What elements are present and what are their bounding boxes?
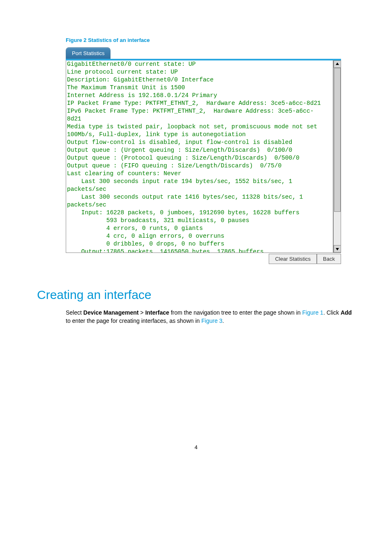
button-row: Clear Statistics Back: [66, 254, 341, 264]
text: from the navigation tree to enter the pa…: [169, 309, 302, 316]
breadcrumb-interface: Interface: [145, 309, 169, 316]
text: >: [138, 309, 145, 316]
link-figure-3[interactable]: Figure 3: [201, 317, 222, 324]
tab-port-statistics[interactable]: Port Statistics: [66, 47, 111, 59]
scroll-down-icon[interactable]: [334, 245, 341, 253]
scroll-up-icon[interactable]: [334, 60, 341, 68]
scrollbar[interactable]: [333, 60, 341, 253]
terminal-output: GigabitEthernet0/0 current state: UP Lin…: [67, 60, 332, 253]
breadcrumb-device-management: Device Management: [83, 309, 139, 316]
back-button[interactable]: Back: [317, 254, 341, 264]
add-label: Add: [341, 309, 352, 316]
terminal-viewport: GigabitEthernet0/0 current state: UP Lin…: [66, 60, 333, 253]
port-statistics-panel: Port Statistics GigabitEthernet0/0 curre…: [66, 47, 341, 264]
text: Select: [66, 309, 83, 316]
text: .: [222, 317, 224, 324]
text: . Click: [323, 309, 341, 316]
text: to enter the page for creating interface…: [66, 317, 201, 324]
body-paragraph: Select Device Management > Interface fro…: [66, 308, 355, 325]
section-heading: Creating an interface: [37, 288, 355, 302]
clear-statistics-button[interactable]: Clear Statistics: [269, 254, 317, 264]
tab-row: Port Statistics: [66, 47, 341, 60]
scroll-thumb[interactable]: [334, 68, 341, 212]
page-number: 4: [37, 444, 355, 450]
figure-caption: Figure 2 Statistics of an interface: [66, 37, 355, 43]
terminal-frame: GigabitEthernet0/0 current state: UP Lin…: [66, 60, 341, 253]
link-figure-1[interactable]: Figure 1: [302, 309, 323, 316]
